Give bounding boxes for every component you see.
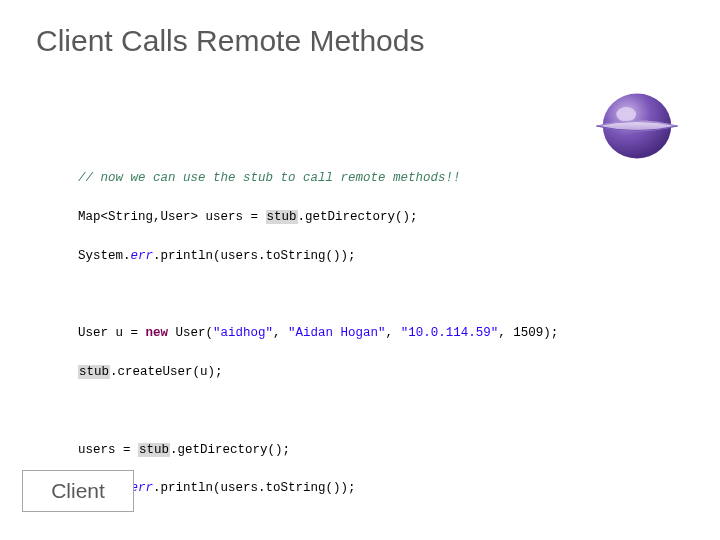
svg-point-1	[616, 107, 636, 121]
code-text: users =	[78, 443, 138, 457]
client-label: Client	[51, 479, 105, 503]
code-stub: stub	[78, 365, 110, 379]
code-keyword: new	[146, 326, 169, 340]
code-text: ,	[386, 326, 401, 340]
code-text: System.	[78, 249, 131, 263]
code-text: User u =	[78, 326, 146, 340]
code-string: "10.0.114.59"	[401, 326, 499, 340]
code-text: .println(users.toString());	[153, 481, 356, 495]
code-string: "aidhog"	[213, 326, 273, 340]
client-label-box: Client	[22, 470, 134, 512]
code-text: ,	[273, 326, 288, 340]
code-comment: // now we can use the stub to call remot…	[78, 171, 461, 185]
code-text: , 1509);	[498, 326, 558, 340]
code-text: .getDirectory();	[170, 443, 290, 457]
code-field: err	[131, 249, 154, 263]
code-stub: stub	[138, 443, 170, 457]
code-text: User(	[168, 326, 213, 340]
slide-title: Client Calls Remote Methods	[36, 24, 425, 58]
code-string: "Aidan Hogan"	[288, 326, 386, 340]
code-text: .createUser(u);	[110, 365, 223, 379]
code-snippet: // now we can use the stub to call remot…	[78, 150, 558, 540]
eclipse-logo-icon	[592, 90, 682, 160]
code-text: .getDirectory();	[298, 210, 418, 224]
code-text: Map<String,User> users =	[78, 210, 266, 224]
code-stub: stub	[266, 210, 298, 224]
code-text: .println(users.toString());	[153, 249, 356, 263]
